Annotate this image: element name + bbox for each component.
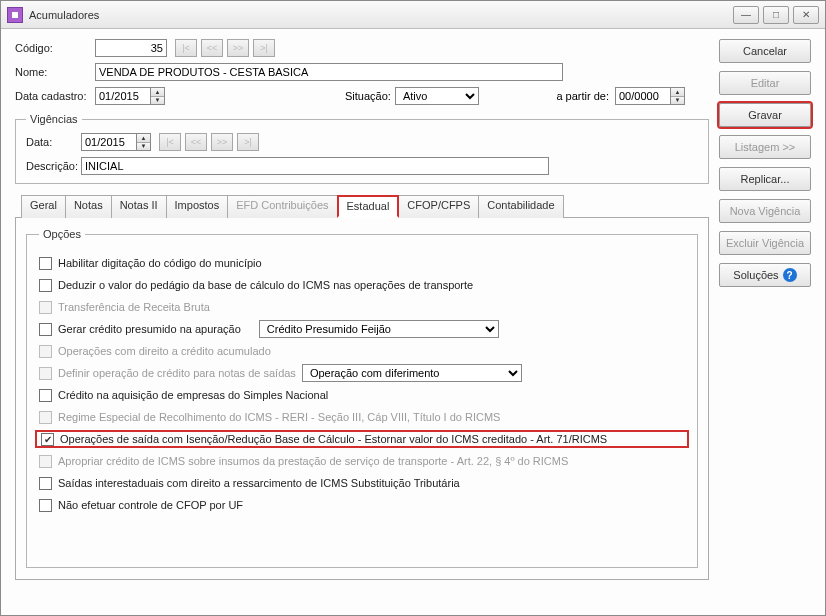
vig-data-spinner[interactable]: ▲▼ <box>137 133 151 151</box>
window-controls: — □ ✕ <box>733 6 819 24</box>
codigo-label: Código: <box>15 42 95 54</box>
data-cadastro-input[interactable] <box>95 87 151 105</box>
chevron-down-icon: ▼ <box>671 97 684 105</box>
vigencias-legend: Vigências <box>26 113 82 125</box>
lbl-gerar-credito: Gerar crédito presumido na apuração <box>58 323 241 335</box>
opt-credito-simples: Crédito na aquisição de empresas do Simp… <box>39 386 685 404</box>
nome-row: Nome: <box>15 63 709 81</box>
codigo-input[interactable] <box>95 39 167 57</box>
tab-contabilidade[interactable]: Contabilidade <box>478 195 563 218</box>
vigencias-fieldset: Vigências Data: ▲▼ |< << >> >| Descr <box>15 113 709 184</box>
vig-nav-last[interactable]: >| <box>237 133 259 151</box>
tab-cfop-cfps[interactable]: CFOP/CFPS <box>398 195 479 218</box>
chevron-down-icon: ▼ <box>151 97 164 105</box>
apartir-spinner[interactable]: ▲▼ <box>671 87 685 105</box>
apartir-input[interactable] <box>615 87 671 105</box>
opt-apropriar-credito: Apropriar crédito de ICMS sobre insumos … <box>39 452 685 470</box>
vig-data-field: ▲▼ <box>81 133 151 151</box>
maximize-button[interactable]: □ <box>763 6 789 24</box>
titlebar: Acumuladores — □ ✕ <box>1 1 825 29</box>
record-nav: |< << >> >| <box>175 39 275 57</box>
chk-operacoes-isencao[interactable]: ✔ <box>41 433 54 446</box>
tab-impostos[interactable]: Impostos <box>166 195 229 218</box>
chk-saidas-interestaduais[interactable] <box>39 477 52 490</box>
tab-notas-ii[interactable]: Notas II <box>111 195 167 218</box>
chk-credito-simples[interactable] <box>39 389 52 402</box>
solucoes-label: Soluções <box>733 269 778 281</box>
excluir-vigencia-button[interactable]: Excluir Vigência <box>719 231 811 255</box>
gravar-button[interactable]: Gravar <box>719 103 811 127</box>
tab-panel-estadual: Opções Habilitar digitação do código do … <box>15 218 709 580</box>
chevron-down-icon: ▼ <box>137 143 150 151</box>
opt-transferencia-receita: Transferência de Receita Bruta <box>39 298 685 316</box>
lbl-credito-simples: Crédito na aquisição de empresas do Simp… <box>58 389 328 401</box>
situacao-group: Situação: Ativo <box>345 87 479 105</box>
chevron-up-icon: ▲ <box>137 134 150 143</box>
vig-nav: |< << >> >| <box>159 133 259 151</box>
nome-label: Nome: <box>15 66 95 78</box>
replicar-button[interactable]: Replicar... <box>719 167 811 191</box>
lbl-regime-reri: Regime Especial de Recolhimento do ICMS … <box>58 411 500 423</box>
solucoes-button[interactable]: Soluções ? <box>719 263 811 287</box>
chk-regime-reri <box>39 411 52 424</box>
nav-last-button[interactable]: >| <box>253 39 275 57</box>
chk-deduzir-pedagio[interactable] <box>39 279 52 292</box>
vig-data-label: Data: <box>26 136 81 148</box>
cancelar-button[interactable]: Cancelar <box>719 39 811 63</box>
vig-desc-input[interactable] <box>81 157 549 175</box>
data-cadastro-spinner[interactable]: ▲▼ <box>151 87 165 105</box>
help-icon: ? <box>783 268 797 282</box>
opt-operacoes-isencao: ✔ Operações de saída com Isenção/Redução… <box>35 430 689 448</box>
lbl-operacoes-credito-acumulado: Operações com direito a crédito acumulad… <box>58 345 271 357</box>
vig-data-input[interactable] <box>81 133 137 151</box>
data-cadastro-row: Data cadastro: ▲▼ Situação: Ativo a part… <box>15 87 709 105</box>
chevron-up-icon: ▲ <box>671 88 684 97</box>
sel-operacao-diferimento[interactable]: Operação com diferimento <box>302 364 522 382</box>
chevron-up-icon: ▲ <box>151 88 164 97</box>
chk-apropriar-credito <box>39 455 52 468</box>
vig-desc-label: Descrição: <box>26 160 81 172</box>
codigo-row: Código: |< << >> >| <box>15 39 709 57</box>
nome-input[interactable] <box>95 63 563 81</box>
sel-credito-presumido[interactable]: Crédito Presumido Feijão <box>259 320 499 338</box>
minimize-button[interactable]: — <box>733 6 759 24</box>
chk-nao-efetuar-cfop[interactable] <box>39 499 52 512</box>
window-title: Acumuladores <box>29 9 99 21</box>
nav-prev-button[interactable]: << <box>201 39 223 57</box>
app-window: Acumuladores — □ ✕ Código: |< << >> >| N… <box>0 0 826 616</box>
content-area: Código: |< << >> >| Nome: Data cadastro:… <box>1 29 825 615</box>
listagem-button[interactable]: Listagem >> <box>719 135 811 159</box>
close-button[interactable]: ✕ <box>793 6 819 24</box>
situacao-select[interactable]: Ativo <box>395 87 479 105</box>
chk-definir-operacao-credito <box>39 367 52 380</box>
lbl-nao-efetuar-cfop: Não efetuar controle de CFOP por UF <box>58 499 243 511</box>
tab-geral[interactable]: Geral <box>21 195 66 218</box>
vig-desc-row: Descrição: <box>26 157 698 175</box>
chk-gerar-credito[interactable] <box>39 323 52 336</box>
opt-definir-operacao-credito: Definir operação de crédito para notas d… <box>39 364 685 382</box>
tabstrip: Geral Notas Notas II Impostos EFD Contri… <box>15 194 709 218</box>
situacao-label: Situação: <box>345 90 391 102</box>
lbl-definir-operacao-credito: Definir operação de crédito para notas d… <box>58 367 296 379</box>
vig-nav-next[interactable]: >> <box>211 133 233 151</box>
chk-habilitar-municipio[interactable] <box>39 257 52 270</box>
tab-efd-contribuicoes[interactable]: EFD Contribuições <box>227 195 337 218</box>
vig-nav-prev[interactable]: << <box>185 133 207 151</box>
editar-button[interactable]: Editar <box>719 71 811 95</box>
lbl-transferencia-receita: Transferência de Receita Bruta <box>58 301 210 313</box>
opcoes-fieldset: Opções Habilitar digitação do código do … <box>26 228 698 568</box>
nova-vigencia-button[interactable]: Nova Vigência <box>719 199 811 223</box>
opt-nao-efetuar-cfop: Não efetuar controle de CFOP por UF <box>39 496 685 514</box>
nav-first-button[interactable]: |< <box>175 39 197 57</box>
apartir-label: a partir de: <box>556 90 609 102</box>
tab-estadual[interactable]: Estadual <box>337 195 400 218</box>
tab-notas[interactable]: Notas <box>65 195 112 218</box>
lbl-operacoes-isencao: Operações de saída com Isenção/Redução B… <box>60 433 607 445</box>
chk-transferencia-receita <box>39 301 52 314</box>
opt-gerar-credito: Gerar crédito presumido na apuração Créd… <box>39 320 685 338</box>
data-cadastro-field: ▲▼ <box>95 87 165 105</box>
app-icon <box>7 7 23 23</box>
nav-next-button[interactable]: >> <box>227 39 249 57</box>
main-column: Código: |< << >> >| Nome: Data cadastro:… <box>15 39 709 605</box>
vig-nav-first[interactable]: |< <box>159 133 181 151</box>
